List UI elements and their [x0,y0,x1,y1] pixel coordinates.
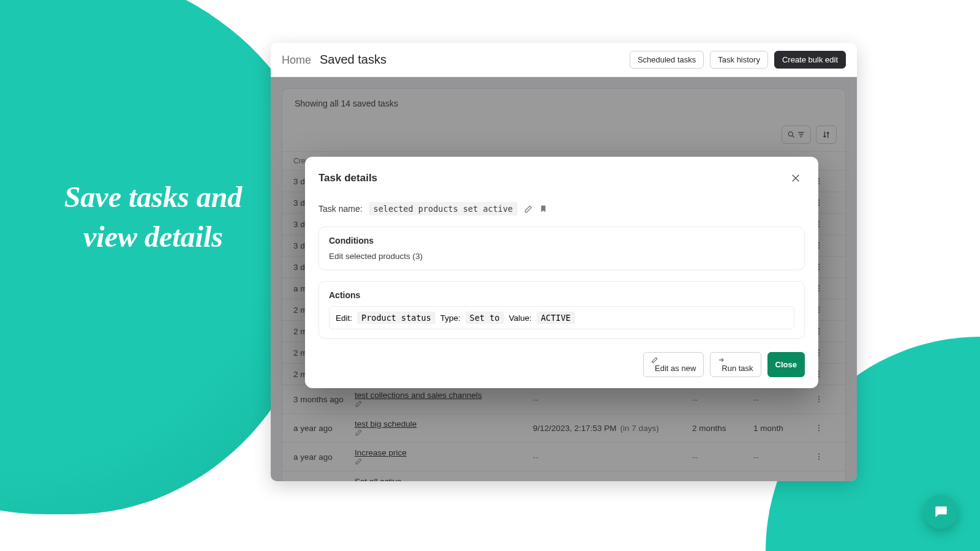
task-history-button[interactable]: Task history [710,51,768,69]
run-task-label: Run task [722,364,753,373]
pencil-icon [524,204,533,214]
conditions-body: Edit selected products (3) [329,252,794,261]
topbar-buttons: Scheduled tasks Task history Create bulk… [630,51,846,69]
scheduled-tasks-button[interactable]: Scheduled tasks [630,51,704,69]
topbar: Home Saved tasks Scheduled tasks Task hi… [271,43,857,77]
close-icon [790,173,801,184]
close-modal-button[interactable]: Close [767,352,805,377]
task-details-modal: Task details Task name: selected product… [305,157,818,388]
marketing-headline: Save tasks and view details [49,178,257,257]
action-value-label: Value: [509,313,532,323]
page-title: Saved tasks [320,53,386,67]
actions-title: Actions [329,290,794,300]
run-icon [718,356,753,364]
pencil-icon [651,356,696,364]
chat-fab[interactable] [924,495,958,529]
modal-footer: Edit as new Run task Close [318,352,805,377]
task-name-label: Task name: [318,204,363,214]
action-line: Edit: Product status Type: Set to Value:… [329,306,794,329]
action-type-value: Set to [466,312,504,324]
action-edit-value: Product status [357,312,435,324]
create-bulk-edit-button[interactable]: Create bulk edit [774,51,846,69]
action-type-label: Type: [440,313,461,323]
close-button[interactable] [786,170,805,186]
edit-as-new-button[interactable]: Edit as new [643,352,704,377]
task-name-row: Task name: selected products set active [318,202,805,216]
task-name-value: selected products set active [369,202,518,216]
conditions-panel: Conditions Edit selected products (3) [318,227,805,270]
bookmark-icon [539,204,548,214]
edit-task-name-button[interactable] [524,204,533,214]
actions-panel: Actions Edit: Product status Type: Set t… [318,281,805,339]
bookmark-task-button[interactable] [539,204,548,214]
action-edit-label: Edit: [336,313,352,323]
action-value-value: ACTIVE [537,312,575,324]
modal-title: Task details [318,172,377,184]
breadcrumb-home[interactable]: Home [282,54,311,67]
run-task-button[interactable]: Run task [710,352,761,377]
chat-icon [933,504,949,520]
conditions-title: Conditions [329,236,794,246]
breadcrumb: Home Saved tasks [282,53,386,67]
edit-as-new-label: Edit as new [655,364,696,373]
